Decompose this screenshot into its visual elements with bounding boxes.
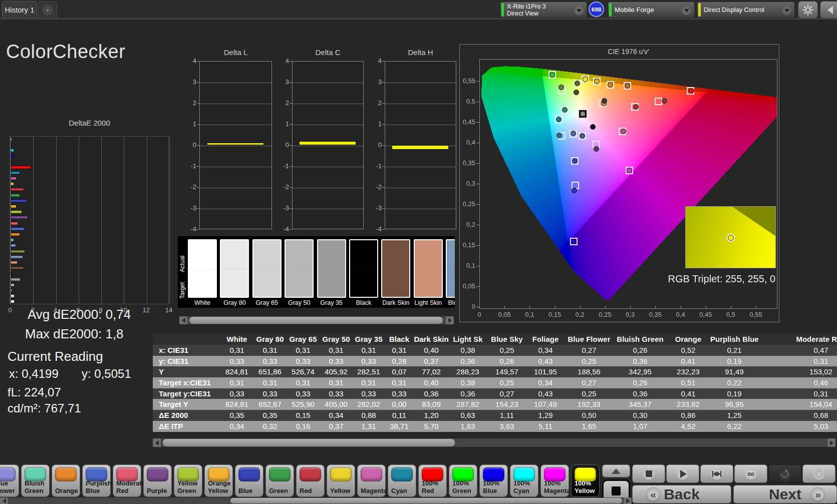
table-cell: 0,31 bbox=[385, 377, 414, 388]
patch-swatch-gray-80[interactable] bbox=[220, 239, 249, 298]
stop-button[interactable] bbox=[632, 464, 665, 483]
y-tick-label: 4 bbox=[184, 57, 196, 65]
table-cell: 0,31 bbox=[758, 388, 837, 399]
source-dropdown[interactable]: Mobile Forge bbox=[608, 2, 695, 18]
pattern-button-100-red[interactable]: 100% Red bbox=[418, 464, 447, 497]
cie-x-tick-label: 0,2 bbox=[570, 311, 590, 319]
continuous-button[interactable]: ∞ bbox=[734, 464, 767, 483]
pattern-button-blue-flower[interactable]: Blue Flower bbox=[0, 464, 19, 497]
pattern-button-purplish-blue[interactable]: Purplish Blue bbox=[82, 464, 111, 497]
back-button[interactable]: « Back bbox=[632, 485, 731, 503]
pattern-button-yellow-green[interactable]: Yellow Green bbox=[174, 464, 202, 497]
table-cell: 282,51 bbox=[353, 366, 385, 377]
patch-swatch-gray-35[interactable] bbox=[317, 239, 346, 298]
pattern-button-bluish-green[interactable]: Bluish Green bbox=[21, 464, 50, 497]
loop-button[interactable] bbox=[768, 464, 801, 483]
table-cell: 0,31 bbox=[320, 377, 353, 388]
patch-swatch-white[interactable] bbox=[188, 239, 217, 298]
single-measure-button[interactable] bbox=[700, 464, 733, 483]
pattern-button-magenta[interactable]: Magenta bbox=[357, 464, 386, 497]
deltae-bar-gray-50 bbox=[11, 283, 15, 287]
tick-mark bbox=[476, 143, 479, 143]
table-cell: 0,40 bbox=[414, 345, 449, 356]
pattern-button-blue[interactable]: Blue bbox=[235, 464, 263, 497]
scrollbar-thumb[interactable] bbox=[189, 317, 443, 324]
patch-swatch-light-skin[interactable] bbox=[414, 239, 443, 298]
table-cell: 0,19 bbox=[710, 388, 758, 399]
gridline bbox=[200, 167, 271, 167]
pattern-color-chip bbox=[300, 467, 321, 481]
scroll-left-arrow[interactable] bbox=[153, 438, 161, 447]
pattern-button-100-green[interactable]: 100% Green bbox=[449, 464, 477, 497]
pattern-button-cyan[interactable]: Cyan bbox=[388, 464, 416, 497]
tick-mark bbox=[681, 306, 681, 309]
add-tab-button[interactable]: + bbox=[38, 2, 57, 18]
patch-swatch-gray-50[interactable] bbox=[285, 239, 314, 298]
deltae-bar-100-cyan bbox=[11, 149, 14, 152]
scroll-right-arrow[interactable] bbox=[624, 497, 632, 504]
pattern-button-100-cyan[interactable]: 100% Cyan bbox=[510, 464, 538, 497]
pattern-button-100-magenta[interactable]: 100% Magenta bbox=[540, 464, 569, 497]
patch-swatch-dark-skin[interactable] bbox=[381, 239, 410, 298]
pattern-button-moderate-red[interactable]: Moderate Red bbox=[113, 464, 141, 497]
pattern-button-purple[interactable]: Purple bbox=[143, 464, 172, 497]
table-cell: 5,70 bbox=[414, 421, 449, 432]
table-cell: 0,26 bbox=[614, 377, 666, 388]
deltae-bar-black bbox=[11, 272, 12, 275]
pattern-color-chip bbox=[391, 467, 413, 481]
tick-mark bbox=[504, 306, 505, 309]
y-tick-label: -4 bbox=[277, 225, 289, 233]
tick-mark bbox=[197, 187, 199, 188]
scroll-left-arrow[interactable] bbox=[0, 497, 8, 504]
scroll-right-arrow[interactable] bbox=[827, 438, 835, 447]
scroll-left-arrow[interactable] bbox=[179, 316, 187, 324]
table-cell: 0,27 bbox=[487, 388, 527, 399]
display-control-dropdown[interactable]: Direct Display Control bbox=[697, 2, 795, 18]
deltae-bar-yellow bbox=[11, 182, 14, 186]
actual-target-divider bbox=[318, 269, 345, 269]
next-button[interactable]: Next » bbox=[733, 485, 837, 503]
deltae-bar-100-blue bbox=[11, 154, 14, 158]
table-cell: 345,37 bbox=[614, 399, 666, 410]
pattern-button-green[interactable]: Green bbox=[265, 464, 294, 497]
pattern-button-red[interactable]: Red bbox=[296, 464, 325, 497]
pattern-label: Magenta bbox=[361, 487, 385, 494]
tab-label: History 1 bbox=[5, 6, 34, 14]
table-cell: 38,71 bbox=[385, 421, 414, 432]
pattern-button-100-blue[interactable]: 100% Blue bbox=[479, 464, 508, 497]
pattern-button-yellow[interactable]: Yellow bbox=[327, 464, 355, 497]
table-cell: 107,49 bbox=[527, 399, 564, 410]
pattern-list-scrollbar[interactable] bbox=[0, 497, 632, 504]
play-button[interactable] bbox=[666, 464, 699, 483]
scrollbar-thumb[interactable] bbox=[163, 439, 455, 446]
deltae-bar-yellow-green bbox=[11, 210, 22, 214]
cie-y-tick-label: 0,25 bbox=[453, 200, 475, 208]
cie-y-tick-label: 0,05 bbox=[453, 282, 475, 290]
pattern-button-100-yellow[interactable]: 100% Yellow bbox=[571, 464, 600, 497]
play-icon bbox=[676, 467, 690, 481]
scrollbar-thumb[interactable] bbox=[230, 498, 622, 503]
tick-mark bbox=[731, 306, 731, 309]
gridline bbox=[293, 188, 363, 188]
record-button[interactable] bbox=[802, 464, 835, 483]
y-tick-label: 2 bbox=[277, 99, 289, 107]
table-scrollbar[interactable] bbox=[153, 438, 835, 447]
table-header-cell: Gray 65 bbox=[287, 334, 320, 345]
x-tick-label: 2 bbox=[27, 306, 39, 314]
table-cell: 0,33 bbox=[287, 356, 320, 367]
settings-button[interactable] bbox=[798, 1, 818, 19]
pattern-button-orange-yellow[interactable]: Orange Yellow bbox=[204, 464, 233, 497]
table-cell: 0,46 bbox=[758, 377, 837, 388]
display-status-stripe bbox=[698, 3, 701, 17]
collapse-panel-button[interactable] bbox=[820, 1, 837, 19]
pattern-scroll-up-button[interactable] bbox=[602, 464, 630, 477]
meter-device-dropdown[interactable]: X-Rite i1Pro 3 Direct View bbox=[500, 2, 587, 18]
tab-history-1[interactable]: History 1 bbox=[2, 1, 37, 18]
pattern-button-orange[interactable]: Orange bbox=[52, 464, 80, 497]
patch-swatch-gray-65[interactable] bbox=[252, 239, 282, 298]
scroll-right-arrow[interactable] bbox=[446, 316, 454, 324]
measurement-table: WhiteGray 80Gray 65Gray 50Gray 35BlackDa… bbox=[153, 334, 837, 432]
swatch-strip-scrollbar[interactable] bbox=[179, 316, 454, 324]
gridline bbox=[200, 188, 271, 188]
patch-swatch-black[interactable] bbox=[349, 239, 378, 298]
